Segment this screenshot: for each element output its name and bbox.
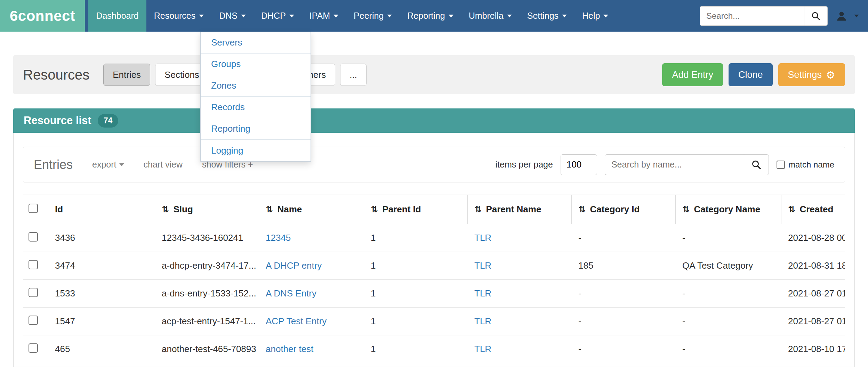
cell-parent_name: TLR [467, 280, 571, 308]
column-label: Slug [173, 204, 193, 214]
nav-item-dhcp[interactable]: DHCP [254, 0, 302, 32]
dns-menu-item-servers[interactable]: Servers [201, 32, 311, 54]
settings-button[interactable]: Settings⚙ [778, 63, 845, 86]
entry-name-link[interactable]: A DNS Entry [266, 288, 316, 299]
nav-item-settings[interactable]: Settings [520, 0, 574, 32]
column-header-parent-id[interactable]: ⇅Parent Id [364, 195, 467, 224]
column-header-name[interactable]: ⇅Name [259, 195, 364, 224]
column-header-slug[interactable]: ⇅Slug [155, 195, 259, 224]
match-name-checkbox[interactable] [777, 161, 785, 169]
cell-category_name: - [675, 280, 781, 308]
parent-name-link[interactable]: TLR [474, 316, 491, 326]
nav-item-dns[interactable]: DNS [211, 0, 254, 32]
cell-parent_name: TLR [467, 308, 571, 335]
nav-item-ipam[interactable]: IPAM [302, 0, 346, 32]
nav-item-label: IPAM [310, 11, 330, 21]
nav-item-umbrella[interactable]: Umbrella [461, 0, 520, 32]
global-search-button[interactable] [804, 6, 828, 26]
sort-icon: ⇅ [579, 204, 586, 214]
row-select-cell [23, 224, 48, 252]
dns-menu-item-logging[interactable]: Logging [201, 140, 311, 161]
row-checkbox[interactable] [29, 232, 38, 242]
clone-button[interactable]: Clone [729, 63, 773, 86]
dns-menu-item-reporting[interactable]: Reporting [201, 118, 311, 140]
nav-item-resources[interactable]: Resources [146, 0, 212, 32]
sort-icon: ⇅ [475, 204, 482, 214]
nav-item-label: Resources [154, 11, 196, 21]
nav-item-help[interactable]: Help [574, 0, 616, 32]
export-dropdown[interactable]: export [92, 160, 124, 170]
column-header-category-name[interactable]: ⇅Category Name [675, 195, 781, 224]
table-row: 3474a-dhcp-entry-3474-17...A DHCP entry1… [23, 252, 845, 280]
table-row: 1533a-dns-entry-1533-152...A DNS Entry1T… [23, 280, 845, 308]
cell-id: 465 [48, 335, 155, 363]
parent-name-link[interactable]: TLR [474, 288, 491, 299]
select-all-checkbox[interactable] [29, 204, 38, 213]
items-per-page-input[interactable] [561, 154, 597, 175]
global-search [700, 6, 828, 26]
entry-name-link[interactable]: another test [266, 344, 313, 354]
nav-item-label: Help [582, 11, 600, 21]
dns-menu-item-records[interactable]: Records [201, 97, 311, 118]
cell-id: 1533 [48, 280, 155, 308]
entry-name-link[interactable]: A DHCP entry [266, 260, 322, 271]
name-search-input[interactable] [605, 154, 744, 175]
row-checkbox[interactable] [29, 260, 38, 269]
resource-list-panel: Resource list 74 Entries export chart vi… [13, 108, 855, 367]
cell-category_name: - [675, 224, 781, 252]
row-checkbox[interactable] [29, 343, 38, 353]
parent-name-link[interactable]: TLR [474, 233, 491, 243]
column-label: Parent Id [382, 204, 421, 214]
match-name-label: match name [788, 160, 834, 170]
nav-item-peering[interactable]: Peering [346, 0, 400, 32]
cell-id: 3436 [48, 224, 155, 252]
column-label: Id [55, 204, 63, 214]
cell-created: 2021-08-28 00 [781, 224, 845, 252]
name-search-button[interactable] [744, 154, 769, 175]
tab-more[interactable]: ... [340, 64, 367, 86]
cell-category_name: - [675, 335, 781, 363]
cell-created: 2021-08-10 17 [781, 335, 845, 363]
export-label: export [92, 160, 116, 170]
cell-parent_name: TLR [467, 335, 571, 363]
panel-title: Resource list [24, 114, 91, 127]
chart-view-link[interactable]: chart view [144, 160, 183, 170]
add-entry-button[interactable]: Add Entry [662, 63, 723, 86]
cell-name: A DHCP entry [259, 252, 364, 280]
column-header-id: Id [48, 195, 155, 224]
cell-parent_id: 1 [364, 308, 467, 335]
dns-menu-item-zones[interactable]: Zones [201, 75, 311, 97]
dns-menu-item-groups[interactable]: Groups [201, 54, 311, 75]
cell-slug: 12345-3436-160241 [155, 224, 259, 252]
parent-name-link[interactable]: TLR [474, 344, 491, 354]
nav-item-label: Reporting [407, 11, 445, 21]
global-search-input[interactable] [700, 6, 804, 26]
user-menu[interactable] [835, 10, 859, 22]
row-checkbox[interactable] [29, 288, 38, 297]
entry-name-link[interactable]: ACP Test Entry [266, 316, 327, 326]
entries-toolbar: Entries export chart view show filters +… [23, 147, 845, 182]
cell-parent_id: 1 [364, 335, 467, 363]
search-icon [811, 11, 821, 21]
nav-item-dashboard[interactable]: Dashboard [88, 0, 146, 32]
row-checkbox[interactable] [29, 316, 38, 325]
entry-name-link[interactable]: 12345 [266, 233, 291, 243]
column-header-category-id[interactable]: ⇅Category Id [571, 195, 675, 224]
tab-entries[interactable]: Entries [103, 64, 150, 86]
cell-category_id: - [571, 335, 675, 363]
column-header-parent-name[interactable]: ⇅Parent Name [467, 195, 571, 224]
table-header-row: Id⇅Slug⇅Name⇅Parent Id⇅Parent Name⇅Categ… [23, 195, 845, 224]
page-title: Resources [23, 67, 89, 83]
nav-item-reporting[interactable]: Reporting [400, 0, 461, 32]
cell-id: 3474 [48, 252, 155, 280]
chevron-down-icon [562, 15, 567, 17]
sort-icon: ⇅ [683, 204, 690, 214]
action-label: Clone [738, 70, 763, 80]
parent-name-link[interactable]: TLR [474, 260, 491, 271]
app-logo[interactable]: 6connect [0, 0, 85, 32]
entries-table: Id⇅Slug⇅Name⇅Parent Id⇅Parent Name⇅Categ… [23, 195, 845, 363]
chevron-down-icon [449, 15, 453, 17]
column-header-created[interactable]: ⇅Created [781, 195, 845, 224]
cell-slug: another-test-465-70893 [155, 335, 259, 363]
column-label: Name [277, 204, 302, 214]
